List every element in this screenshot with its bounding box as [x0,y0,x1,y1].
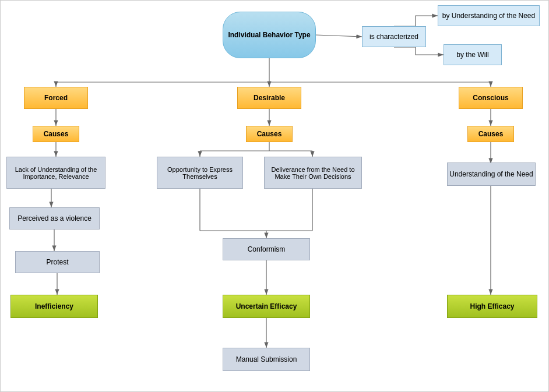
conscious-node: Conscious [459,87,523,109]
svg-line-1 [316,35,362,37]
conformism-node: Conformism [223,238,310,260]
by-understanding-node: by Understanding of the Need [438,5,540,26]
forced-node: Forced [24,87,88,109]
desirable-node: Desirable [237,87,301,109]
individual-behavior-type-node: Individual Behavior Type [223,12,316,58]
causes-desirable-node: Causes [246,126,293,142]
manual-submission-node: Manual Submission [223,348,310,371]
high-efficacy-node: High Efficacy [447,295,537,318]
protest-node: Protest [15,251,100,273]
by-the-will-node: by the Will [444,44,502,65]
inefficiency-node: Inefficiency [10,295,98,318]
is-characterized-node: is characterized [362,26,426,47]
diagram-container: Individual Behavior Type is characterize… [0,0,549,392]
uncertain-efficacy-node: Uncertain Efficacy [223,295,310,318]
perceived-violence-node: Perceived as a violence [9,207,100,229]
lack-understanding-node: Lack of Understanding of the Importance,… [6,157,105,189]
causes-forced-node: Causes [33,126,79,142]
deliverance-node: Deliverance from the Need to Make Their … [264,157,362,189]
understanding-need-node: Understanding of the Need [447,163,536,186]
causes-conscious-node: Causes [467,126,514,142]
opportunity-express-node: Opportunity to Express Themselves [157,157,243,189]
